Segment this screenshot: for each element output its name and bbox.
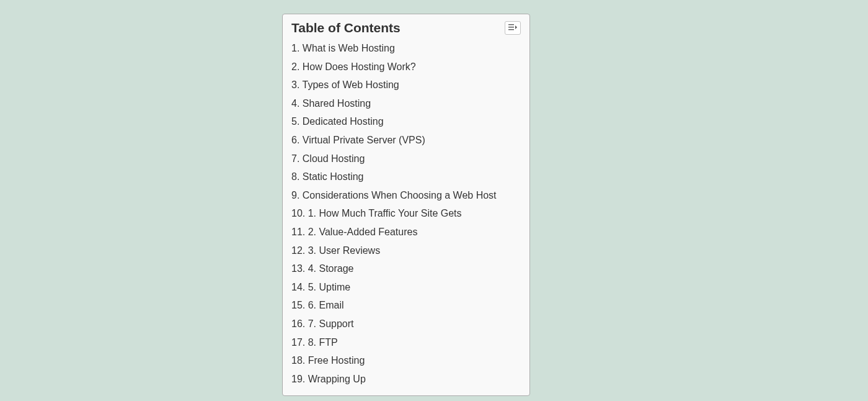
toc-item[interactable]: 5. Uptime — [291, 278, 521, 297]
toc-item-link: Wrapping Up — [308, 374, 366, 384]
svg-rect-0 — [508, 24, 514, 25]
toc-item[interactable]: Cloud Hosting — [291, 150, 521, 168]
toc-item-link: 7. Support — [308, 318, 354, 329]
toc-item[interactable]: How Does Hosting Work? — [291, 58, 521, 76]
toc-item[interactable]: Types of Web Hosting — [291, 76, 521, 94]
toc-item-link: Dedicated Hosting — [303, 116, 384, 127]
toc-item-link: 4. Storage — [308, 263, 354, 274]
toc-item[interactable]: Static Hosting — [291, 168, 521, 186]
toc-item[interactable]: 6. Email — [291, 296, 521, 315]
toc-item-link: Cloud Hosting — [303, 153, 365, 164]
toc-item-link: 5. Uptime — [308, 282, 350, 292]
toc-item-link: Static Hosting — [303, 171, 364, 182]
toc-item[interactable]: 3. User Reviews — [291, 241, 521, 260]
toc-item-link: 2. Value-Added Features — [308, 227, 418, 237]
svg-rect-2 — [508, 29, 514, 30]
toc-item-link: How Does Hosting Work? — [303, 61, 416, 72]
toc-item-link: 3. User Reviews — [308, 245, 380, 256]
toc-header: Table of Contents — [291, 20, 521, 35]
toc-item-link: Types of Web Hosting — [303, 79, 399, 90]
toc-toggle-button[interactable] — [505, 21, 521, 35]
toc-item[interactable]: 2. Value-Added Features — [291, 223, 521, 241]
toc-list: What is Web Hosting How Does Hosting Wor… — [291, 39, 521, 388]
toc-item[interactable]: Free Hosting — [291, 351, 521, 370]
toc-item-link: Free Hosting — [308, 355, 365, 366]
toc-item-link: What is Web Hosting — [303, 43, 395, 53]
table-of-contents: Table of Contents What is Web Hosting Ho… — [282, 14, 530, 396]
toc-title: Table of Contents — [291, 20, 401, 35]
toc-item-link: Considerations When Choosing a Web Host — [303, 190, 497, 200]
toc-item[interactable]: Dedicated Hosting — [291, 112, 521, 131]
toc-item[interactable]: 7. Support — [291, 315, 521, 333]
toc-item[interactable]: Shared Hosting — [291, 94, 521, 113]
toc-item-link: Shared Hosting — [303, 98, 371, 109]
list-collapse-icon — [508, 22, 517, 34]
toc-item[interactable]: 4. Storage — [291, 259, 521, 278]
toc-item[interactable]: Wrapping Up — [291, 370, 521, 389]
toc-item-link: Virtual Private Server (VPS) — [303, 135, 425, 145]
toc-item[interactable]: 8. FTP — [291, 333, 521, 352]
toc-item-link: 1. How Much Traffic Your Site Gets — [308, 208, 462, 219]
toc-item[interactable]: Considerations When Choosing a Web Host — [291, 186, 521, 205]
toc-item-link: 6. Email — [308, 300, 344, 310]
svg-rect-1 — [508, 27, 514, 27]
toc-item[interactable]: Virtual Private Server (VPS) — [291, 131, 521, 150]
toc-item[interactable]: What is Web Hosting — [291, 39, 521, 58]
toc-item-link: 8. FTP — [308, 337, 338, 348]
toc-item[interactable]: 1. How Much Traffic Your Site Gets — [291, 204, 521, 223]
